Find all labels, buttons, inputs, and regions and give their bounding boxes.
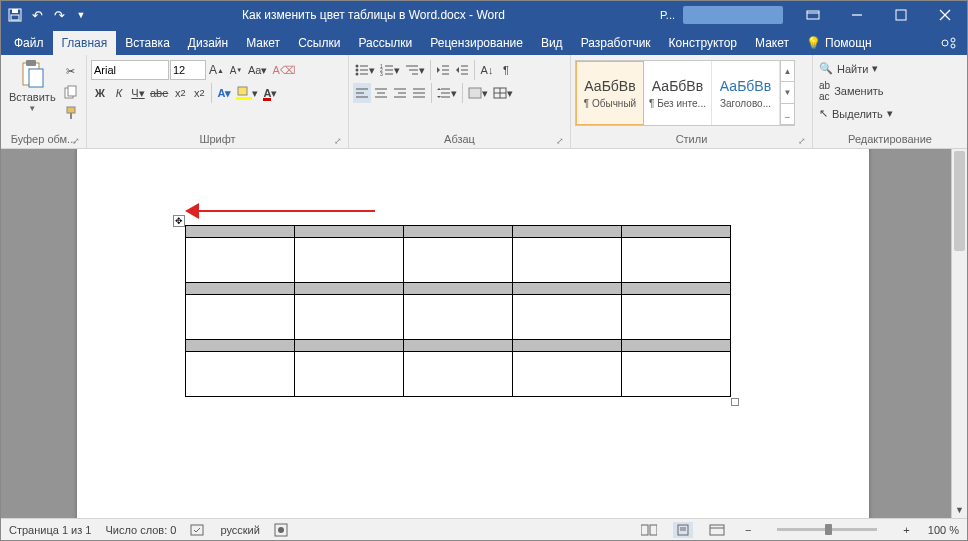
maximize-icon[interactable] <box>879 1 923 29</box>
tab-developer[interactable]: Разработчик <box>572 31 660 55</box>
tab-references[interactable]: Ссылки <box>289 31 349 55</box>
tab-table-design[interactable]: Конструктор <box>660 31 746 55</box>
clear-formatting-icon[interactable]: A⌫ <box>270 60 297 80</box>
document-page[interactable]: ✥ <box>77 149 869 518</box>
spellcheck-icon[interactable] <box>190 523 206 537</box>
line-spacing-icon[interactable]: ▾ <box>435 83 459 103</box>
zoom-out-icon[interactable]: − <box>741 524 755 536</box>
bold-button[interactable]: Ж <box>91 83 109 103</box>
gallery-down-icon[interactable]: ▼ <box>781 82 794 103</box>
table-row <box>186 352 731 397</box>
qat-customize-icon[interactable]: ▼ <box>73 7 89 23</box>
highlight-icon[interactable]: ▾ <box>234 83 260 103</box>
style-heading1[interactable]: АаБбВв Заголово... <box>712 61 780 125</box>
cursor-icon: ↖ <box>819 107 828 120</box>
clipboard-launcher-icon[interactable]: ⤢ <box>72 136 80 146</box>
undo-icon[interactable]: ↶ <box>29 7 45 23</box>
italic-button[interactable]: К <box>110 83 128 103</box>
close-icon[interactable] <box>923 1 967 29</box>
redo-icon[interactable]: ↷ <box>51 7 67 23</box>
read-mode-icon[interactable] <box>639 522 659 538</box>
zoom-in-icon[interactable]: + <box>899 524 913 536</box>
minimize-icon[interactable] <box>835 1 879 29</box>
status-language[interactable]: русский <box>220 524 259 536</box>
table-move-handle-icon[interactable]: ✥ <box>173 215 185 227</box>
zoom-slider-handle[interactable] <box>825 524 832 535</box>
tab-mailings[interactable]: Рассылки <box>349 31 421 55</box>
macro-record-icon[interactable] <box>274 523 288 537</box>
tab-home[interactable]: Главная <box>53 31 117 55</box>
paste-button[interactable]: Вставить ▼ <box>5 57 60 116</box>
change-case-icon[interactable]: Aa▾ <box>246 60 269 80</box>
zoom-level[interactable]: 100 % <box>928 524 959 536</box>
status-page[interactable]: Страница 1 из 1 <box>9 524 91 536</box>
save-icon[interactable] <box>7 7 23 23</box>
select-button[interactable]: ↖ Выделить▾ <box>817 105 895 122</box>
increase-indent-icon[interactable] <box>453 60 471 80</box>
svg-rect-19 <box>238 87 247 95</box>
vertical-scrollbar[interactable]: ▲ ▼ <box>951 149 967 518</box>
strikethrough-button[interactable]: abe <box>148 83 170 103</box>
shrink-font-icon[interactable]: A▼ <box>227 60 245 80</box>
find-button[interactable]: 🔍 Найти▾ <box>817 60 880 77</box>
scroll-thumb[interactable] <box>954 151 965 251</box>
tab-file[interactable]: Файл <box>5 31 53 55</box>
table-resize-handle-icon[interactable] <box>731 398 739 406</box>
font-size-combo[interactable] <box>170 60 206 80</box>
ribbon-options-icon[interactable] <box>791 1 835 29</box>
tab-design[interactable]: Дизайн <box>179 31 237 55</box>
tab-layout[interactable]: Макет <box>237 31 289 55</box>
gallery-up-icon[interactable]: ▲ <box>781 61 794 82</box>
multilevel-list-icon[interactable]: ▾ <box>403 60 427 80</box>
print-layout-icon[interactable] <box>673 522 693 538</box>
replace-button[interactable]: abac Заменить <box>817 78 886 104</box>
subscript-icon[interactable]: x2 <box>171 83 189 103</box>
gallery-more-icon[interactable]: ⎯ <box>781 104 794 125</box>
style-name: ¶ Без инте... <box>646 98 709 109</box>
font-launcher-icon[interactable]: ⤢ <box>334 136 342 146</box>
sort-icon[interactable]: A↓ <box>478 60 496 80</box>
copy-icon[interactable] <box>62 82 80 102</box>
underline-button[interactable]: Ч▾ <box>129 83 147 103</box>
svg-point-10 <box>951 38 955 42</box>
align-right-icon[interactable] <box>391 83 409 103</box>
font-name-combo[interactable] <box>91 60 169 80</box>
paragraph-launcher-icon[interactable]: ⤢ <box>556 136 564 146</box>
cut-icon[interactable]: ✂ <box>62 61 80 81</box>
page-viewport[interactable]: ✥ <box>1 149 951 518</box>
text-effects-icon[interactable]: A▾ <box>215 83 233 103</box>
tab-table-layout[interactable]: Макет <box>746 31 798 55</box>
styles-launcher-icon[interactable]: ⤢ <box>798 136 806 146</box>
tab-review[interactable]: Рецензирование <box>421 31 532 55</box>
decrease-indent-icon[interactable] <box>434 60 452 80</box>
numbering-icon[interactable]: 123▾ <box>378 60 402 80</box>
svg-rect-14 <box>29 69 43 87</box>
style-normal[interactable]: АаБбВв ¶ Обычный <box>576 61 644 125</box>
style-no-spacing[interactable]: АаБбВв ¶ Без инте... <box>644 61 712 125</box>
align-justify-icon[interactable] <box>410 83 428 103</box>
share-button[interactable] <box>931 31 967 55</box>
scroll-down-icon[interactable]: ▼ <box>952 502 967 518</box>
svg-rect-13 <box>26 60 36 66</box>
tab-view[interactable]: Вид <box>532 31 572 55</box>
zoom-slider[interactable] <box>777 528 877 531</box>
align-left-icon[interactable] <box>353 83 371 103</box>
align-center-icon[interactable] <box>372 83 390 103</box>
show-marks-icon[interactable]: ¶ <box>497 60 515 80</box>
grow-font-icon[interactable]: A▲ <box>207 60 226 80</box>
bullets-icon[interactable]: ▾ <box>353 60 377 80</box>
superscript-icon[interactable]: x2 <box>190 83 208 103</box>
font-color-icon[interactable]: A▾ <box>261 83 279 103</box>
status-word-count[interactable]: Число слов: 0 <box>105 524 176 536</box>
tell-me-search[interactable]: 💡 Помощн <box>798 31 880 55</box>
shading-icon[interactable]: ▾ <box>466 83 490 103</box>
style-preview: АаБбВв <box>652 78 703 94</box>
tab-insert[interactable]: Вставка <box>116 31 179 55</box>
svg-rect-2 <box>11 15 19 20</box>
document-table[interactable] <box>185 225 731 397</box>
web-layout-icon[interactable] <box>707 522 727 538</box>
format-painter-icon[interactable] <box>62 103 80 123</box>
borders-icon[interactable]: ▾ <box>491 83 515 103</box>
search-icon: 🔍 <box>819 62 833 75</box>
account-profile[interactable] <box>683 6 783 24</box>
